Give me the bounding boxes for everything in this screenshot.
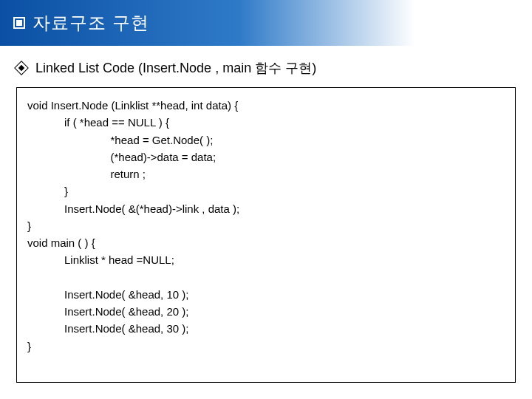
square-bullet-inner-icon — [16, 20, 22, 26]
slide-title: 자료구조 구현 — [33, 11, 149, 35]
slide: 자료구조 구현 Linked List Code (Insert.Node , … — [0, 0, 532, 399]
diamond-bullet-inner-icon — [18, 65, 24, 71]
code-block-main: void main ( ) { Linklist * head =NULL; I… — [27, 234, 505, 355]
code-box: void Insert.Node (Linklist **head, int d… — [16, 87, 516, 383]
diamond-bullet-icon — [14, 61, 29, 75]
slide-subtitle: Linked List Code (Insert.Node , main 함수 … — [35, 59, 316, 77]
subtitle-row: Linked List Code (Insert.Node , main 함수 … — [0, 46, 532, 84]
square-bullet-icon — [13, 17, 25, 29]
title-bar: 자료구조 구현 — [0, 0, 532, 46]
code-block-insert-node: void Insert.Node (Linklist **head, int d… — [27, 97, 505, 234]
